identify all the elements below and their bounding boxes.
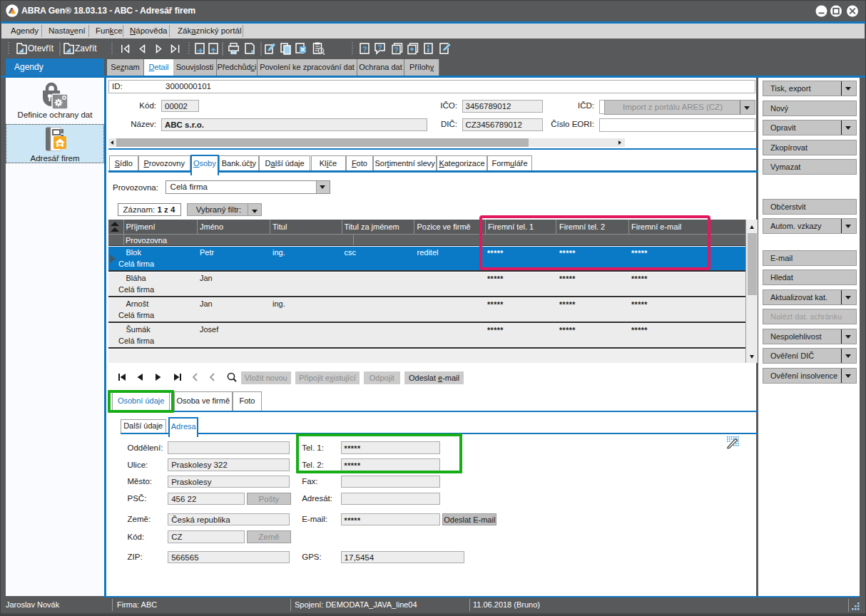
svg-text:?: ?	[378, 43, 382, 51]
svg-text:?: ?	[362, 44, 367, 53]
svg-text:?: ?	[394, 46, 399, 53]
